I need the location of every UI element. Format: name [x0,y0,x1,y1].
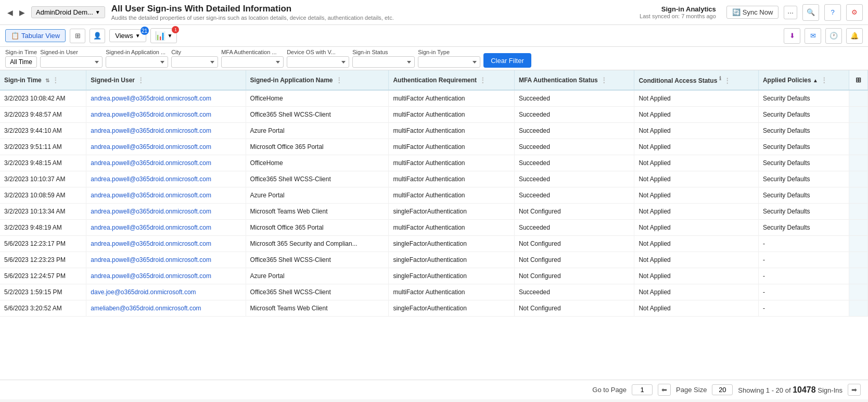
cell-signin-time: 3/2/2023 10:08:59 AM [0,187,86,204]
col-menu-signin-time[interactable]: ⋮ [52,76,59,84]
user-view-button[interactable]: 👤 [90,29,105,43]
cell-app: Azure Portal [246,187,389,204]
col-menu-signed-in-user[interactable]: ⋮ [137,76,144,84]
col-header-applied-policies[interactable]: Applied Policies ▲ ⋮ [758,70,849,90]
city-filter: City [171,49,218,68]
cell-row-settings[interactable] [849,171,868,187]
page-input[interactable] [632,384,653,395]
signed-in-user-select[interactable] [40,56,103,68]
prev-page-button[interactable]: ⬅ [658,384,671,396]
cell-user[interactable]: andrea.powell@o365droid.onmicrosoft.com [86,171,246,187]
cell-user[interactable]: andrea.powell@o365droid.onmicrosoft.com [86,220,246,236]
col-header-ca-status[interactable]: Conditional Access Status ℹ ⋮ [634,70,759,90]
col-header-mfa-status[interactable]: MFA Authentication Status ⋮ [514,70,634,90]
views-button[interactable]: 21 Views ▼ [109,29,146,42]
cell-row-settings[interactable] [849,252,868,268]
cell-mfa-status: Succeeded [514,123,634,139]
cell-row-settings[interactable] [849,155,868,171]
col-menu-mfa-status[interactable]: ⋮ [601,76,607,84]
col-menu-ca-status[interactable]: ⋮ [724,77,731,84]
cell-row-settings[interactable] [849,284,868,300]
signin-status-filter: Sign-in Status [352,49,415,68]
tabular-view-button[interactable]: 📋 Tabular View [5,29,66,42]
cell-user[interactable]: dave.joe@o365droid.onmicrosoft.com [86,284,246,300]
cell-row-settings[interactable] [849,236,868,252]
signed-in-app-filter: Signed-in Application ... [106,49,168,68]
device-os-label: Device OS with V... [287,49,349,55]
clear-filter-button[interactable]: Clear Filter [483,53,531,68]
cell-user[interactable]: andrea.powell@o365droid.onmicrosoft.com [86,90,246,107]
email-button[interactable]: ✉ [805,28,821,44]
nav-fwd-btn[interactable]: ▶ [17,7,27,18]
cell-user[interactable]: andrea.powell@o365droid.onmicrosoft.com [86,268,246,284]
mfa-select[interactable] [221,56,284,68]
cell-row-settings[interactable] [849,300,868,317]
col-header-signed-in-user[interactable]: Signed-in User ⋮ [86,70,246,90]
cell-ca-status: Not Applied [634,236,759,252]
col-settings[interactable]: ⊞ [849,70,868,90]
table-row: 3/2/2023 9:51:11 AM andrea.powell@o365dr… [0,139,868,155]
cell-user[interactable]: andrea.powell@o365droid.onmicrosoft.com [86,252,246,268]
signin-time-select[interactable]: All Time [5,56,37,68]
col-header-signin-time[interactable]: Sign-in Time ⇅ ⋮ [0,70,86,90]
cell-user[interactable]: andrea.powell@o365droid.onmicrosoft.com [86,139,246,155]
col-menu-app-name[interactable]: ⋮ [336,76,342,84]
cell-row-settings[interactable] [849,204,868,220]
cell-user[interactable]: andrea.powell@o365droid.onmicrosoft.com [86,107,246,123]
cell-user[interactable]: andrea.powell@o365droid.onmicrosoft.com [86,187,246,204]
cell-user[interactable]: andrea.powell@o365droid.onmicrosoft.com [86,123,246,139]
settings-button[interactable]: ⚙ [846,4,863,21]
col-header-app-name[interactable]: Signed-in Application Name ⋮ [246,70,389,90]
more-options-button[interactable]: ··· [784,6,797,19]
chart-button[interactable]: 1 📊 ▼ [150,28,177,43]
cell-user[interactable]: ameliaben@o365droid.onmicrosoft.com [86,300,246,317]
signin-type-select[interactable] [418,56,480,68]
cell-row-settings[interactable] [849,107,868,123]
cell-user[interactable]: andrea.powell@o365droid.onmicrosoft.com [86,155,246,171]
signed-in-app-select[interactable] [106,56,168,68]
cell-signin-time: 5/6/2023 12:23:17 PM [0,236,86,252]
cell-row-settings[interactable] [849,139,868,155]
table-row: 3/2/2023 10:08:42 AM andrea.powell@o365d… [0,90,868,107]
cell-ca-status: Not Applied [634,90,759,107]
col-settings-icon[interactable]: ⊞ [856,76,861,84]
cell-mfa-status: Not Configured [514,204,634,220]
col-menu-applied-policies[interactable]: ⋮ [821,76,827,84]
cell-row-settings[interactable] [849,187,868,204]
search-button[interactable]: 🔍 [802,4,819,21]
alert-button[interactable]: 🔔 [846,28,863,44]
export-button[interactable]: ⬇ [784,28,800,44]
tenant-selector[interactable]: AdminDroid Dem... ▼ [31,6,105,18]
table-body: 3/2/2023 10:08:42 AM andrea.powell@o365d… [0,90,868,317]
cell-policies: - [758,284,849,300]
col-menu-auth-req[interactable]: ⋮ [479,76,486,84]
cell-ca-status: Not Applied [634,268,759,284]
cell-ca-status: Not Applied [634,220,759,236]
cell-policies: - [758,252,849,268]
cell-mfa-status: Not Configured [514,236,634,252]
cell-auth-req: multiFactor Authentication [389,90,514,107]
city-select[interactable] [171,56,218,68]
sync-now-button[interactable]: 🔄 Sync Now [726,6,779,19]
cell-policies: Security Defaults [758,90,849,107]
schedule-button[interactable]: 🕐 [825,28,842,44]
cell-user[interactable]: andrea.powell@o365droid.onmicrosoft.com [86,204,246,220]
cell-row-settings[interactable] [849,123,868,139]
cell-row-settings[interactable] [849,90,868,107]
device-os-select[interactable] [287,56,349,68]
next-page-button[interactable]: ➡ [848,384,861,396]
help-button[interactable]: ? [824,4,841,21]
signin-status-select[interactable] [352,56,415,68]
col-header-auth-req[interactable]: Authentication Requirement ⋮ [389,70,514,90]
cell-signin-time: 3/2/2023 10:08:42 AM [0,90,86,107]
page-title: All User Sign-ins With Detailed Informat… [111,4,640,14]
grid-view-button[interactable]: ⊞ [70,29,85,43]
cell-row-settings[interactable] [849,220,868,236]
cell-ca-status: Not Applied [634,139,759,155]
nav-back-btn[interactable]: ◀ [5,7,15,18]
cell-mfa-status: Not Configured [514,300,634,317]
cell-app: OfficeHome [246,155,389,171]
page-size-input[interactable] [712,384,733,395]
cell-row-settings[interactable] [849,268,868,284]
cell-user[interactable]: andrea.powell@o365droid.onmicrosoft.com [86,236,246,252]
